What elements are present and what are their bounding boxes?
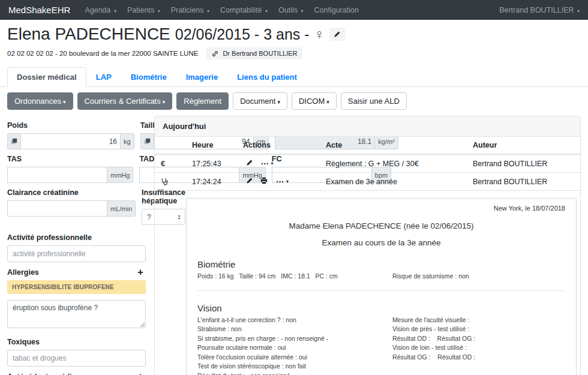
layers-icon (144, 138, 151, 145)
toxiques-input[interactable] (7, 350, 146, 367)
female-icon: ♀ (314, 26, 325, 43)
nav-patients[interactable]: Patients ▾ (127, 6, 160, 14)
document-title: Madame Elena PADECHENCE (née le 02/06/20… (197, 221, 565, 230)
actions-toolbar: Ordonnances▾ Courriers & Certificats▾ Rè… (0, 87, 588, 110)
doc-line: Mesure de l'acuité visuelle : (392, 316, 565, 325)
doc-line: Tolère l'occlusion oculaire alternée : o… (197, 353, 386, 362)
tab-biometrie[interactable]: Biométrie (121, 67, 176, 87)
today-card-title: Aujourd'hui (155, 116, 580, 137)
reglement-button[interactable]: Règlement (176, 92, 229, 110)
doc-line: Poids : 16 kg Taille : 94 cm IMC : 18.1 … (197, 272, 386, 281)
doc-line: Résultat du test : - non renseigné - (197, 371, 386, 375)
saisir-ald-button[interactable]: Saisir une ALD (341, 92, 407, 110)
tas-input[interactable] (7, 167, 107, 183)
act-time: 17:25:43 (186, 154, 237, 173)
growth-chart-button[interactable] (7, 133, 20, 149)
patient-address: 02 02 02 02 02 - 20 boulevard de la mer … (7, 50, 198, 57)
document-dateline: New York, le 18/07/2018 (197, 205, 565, 212)
print-act-button[interactable] (257, 176, 271, 185)
acts-table: Heure Actions Acte Auteur € 17:25:43 (155, 137, 580, 191)
edit-patient-button[interactable] (329, 28, 345, 41)
doc-line: Vision de près - test utilisé : (392, 325, 565, 334)
icon-column-header (155, 137, 186, 154)
table-row: € 17:25:43 ⋯▾ Règlement : G + MEG / 30€ … (155, 154, 580, 173)
heure-column-header: Heure (186, 137, 237, 154)
document-dropdown[interactable]: Document▾ (233, 92, 287, 110)
clairance-label: Clairance créatinine (7, 188, 136, 197)
act-author: Bertrand BOUTILLIER (467, 154, 580, 173)
patient-name: Elena PADECHENCE (7, 25, 170, 44)
ellipsis-icon: ⋯ (276, 177, 284, 186)
nav-outils[interactable]: Outils ▾ (278, 6, 303, 14)
pencil-icon (246, 160, 253, 166)
chevron-down-icon: ▾ (326, 99, 329, 105)
pencil-icon (334, 31, 340, 38)
document-subtitle: Examen au cours de la 3e année (197, 238, 565, 247)
acte-column-header: Acte (320, 137, 467, 154)
allergy-alert: HYPERSENSIBILITE IBUPROFENE (7, 280, 146, 294)
chevron-down-icon: ▾ (577, 8, 580, 14)
doc-line: Résultat OG : Résultat OD : (392, 353, 565, 362)
linked-doctor-button[interactable]: Dr Bertrand BOUTILLIER (206, 47, 302, 59)
patient-tabs: Dossier médical LAP Biométrie Imagerie L… (0, 67, 588, 87)
actions-column-header: Actions (237, 137, 320, 154)
chevron-down-icon: ▾ (277, 99, 280, 105)
nav-configuration[interactable]: Configuration (314, 6, 359, 14)
activite-input[interactable] (7, 245, 146, 262)
section-vision-heading: Vision (197, 303, 565, 313)
nav-praticiens[interactable]: Praticiens ▾ (171, 6, 209, 14)
doc-line: L'enfant a-t-il une correction ? : non (197, 316, 386, 325)
courriers-certificats-dropdown[interactable]: Courriers & Certificats▾ (77, 92, 173, 110)
clairance-input[interactable] (7, 200, 107, 217)
clairance-unit: mL/min (107, 200, 136, 217)
doc-line: Si strabisme, pris en charge : - non ren… (197, 334, 386, 344)
chevron-down-icon: ▾ (114, 8, 116, 14)
chevron-down-icon: ▾ (286, 179, 289, 184)
edit-act-button[interactable] (243, 158, 256, 167)
antecedents-medicaux-label: Antécédents médicaux (7, 373, 89, 375)
user-menu[interactable]: Bertrand BOUTILLIER ▾ (499, 6, 580, 14)
edit-act-button[interactable] (243, 176, 256, 185)
add-medical-history-button[interactable]: + (135, 373, 146, 375)
printer-icon (260, 177, 268, 184)
doc-line: Résultat OD : Résultat OG : (392, 334, 565, 344)
pencil-icon (246, 178, 253, 184)
tab-dossier-medical[interactable]: Dossier médical (7, 67, 86, 87)
nav-agenda[interactable]: Agenda ▾ (85, 6, 116, 14)
activite-label: Activité professionnelle (7, 233, 146, 242)
stethoscope-icon (161, 178, 169, 185)
poids-label: Poids (7, 121, 134, 130)
more-actions-dropdown[interactable]: ⋯▾ (257, 158, 276, 169)
ordonnances-dropdown[interactable]: Ordonnances▾ (7, 92, 73, 110)
layers-icon (11, 138, 17, 145)
act-label: Examen de 3e année (320, 173, 467, 191)
poids-input[interactable] (20, 133, 121, 149)
chevron-down-icon: ▾ (63, 99, 66, 105)
allergy-note-textarea[interactable]: éruption sous ibuprofène ? (7, 300, 146, 328)
chevron-down-icon: ▾ (265, 8, 268, 14)
growth-chart-button[interactable] (140, 133, 154, 149)
act-label: Règlement : G + MEG / 30€ (320, 154, 467, 173)
link-icon (212, 50, 218, 57)
nav-comptabilite[interactable]: Comptabilité ▾ (220, 6, 268, 14)
allergies-label: Allergies (7, 268, 39, 277)
chevron-down-icon: ▾ (163, 99, 166, 105)
tab-liens-patient[interactable]: Liens du patient (227, 67, 307, 87)
tas-unit: mmHg (107, 167, 133, 183)
app-brand[interactable]: MedShakeEHR (8, 5, 70, 15)
section-biometrie-heading: Biométrie (197, 259, 565, 269)
doc-line: Vision de loin - test utilisé : (392, 343, 565, 353)
euro-icon: € (155, 154, 186, 173)
chevron-down-icon: ▾ (301, 8, 303, 14)
add-allergy-button[interactable]: + (135, 268, 146, 277)
chevron-down-icon: ▾ (207, 8, 209, 14)
chevron-down-icon: ▾ (271, 161, 273, 166)
chevron-down-icon: ▾ (158, 8, 160, 14)
dicom-dropdown[interactable]: DICOM▾ (292, 92, 337, 110)
tab-imagerie[interactable]: Imagerie (176, 67, 227, 87)
patient-header: Elena PADECHENCE 02/06/2015 - 3 ans - ♀ … (0, 20, 588, 59)
toxiques-label: Toxiques (7, 338, 146, 346)
tab-lap[interactable]: LAP (86, 67, 121, 87)
table-row: 17:24:24 ⋯▾ Examen de (155, 173, 580, 191)
more-actions-dropdown[interactable]: ⋯▾ (273, 176, 292, 187)
